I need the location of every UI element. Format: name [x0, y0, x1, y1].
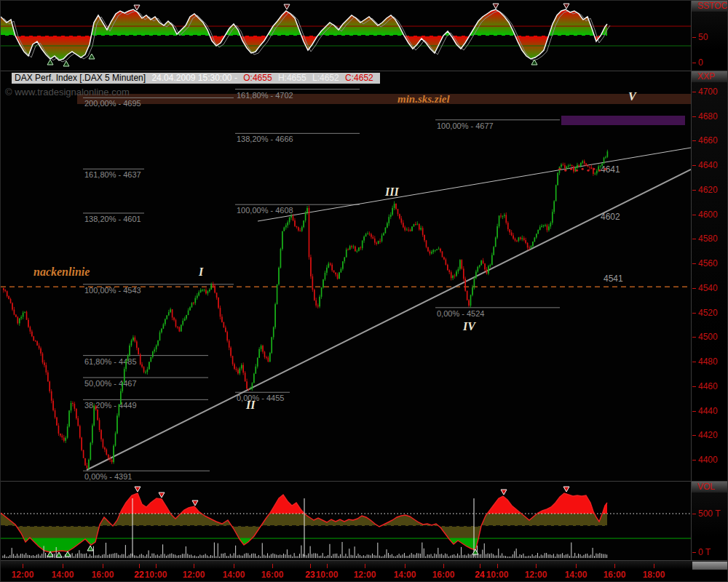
candle-body [76, 409, 77, 418]
candle-body [35, 340, 36, 341]
axis-tick-label: 4600 [698, 210, 718, 220]
time-axis[interactable]: 12:0014:0016:002210:0012:0014:0016:00231… [1, 561, 728, 582]
candle-body [83, 450, 84, 458]
candle-body [109, 458, 111, 460]
scrollbar-corner [692, 562, 727, 570]
axis-tick-label: 50 [698, 32, 708, 42]
candle-body [135, 338, 136, 342]
candle-body [584, 162, 585, 164]
candle-body [541, 226, 542, 228]
candle-body [436, 249, 438, 250]
candle-body [77, 418, 79, 426]
candle-body [553, 202, 555, 212]
candle-body [140, 354, 141, 364]
candle-body [601, 164, 603, 166]
candle-body [472, 287, 473, 295]
candle-body [357, 251, 358, 252]
candle-body [10, 299, 12, 303]
candle-body [269, 353, 271, 362]
sstoc-chart-canvas[interactable] [1, 1, 691, 71]
candle-body [555, 185, 557, 201]
neckline-label: nackenlinie [33, 266, 90, 278]
candle-body [467, 291, 468, 300]
candle-body [28, 320, 29, 327]
candle-body [479, 265, 480, 266]
sstoc-peak-marker [134, 5, 140, 10]
candle-body [56, 418, 58, 426]
candle-body [537, 230, 539, 234]
candle-body [568, 166, 569, 167]
candle-body [104, 447, 106, 450]
candle-body [184, 319, 186, 321]
candle-body [314, 290, 315, 300]
sstoc-trough-marker [89, 54, 95, 59]
vol-axis[interactable]: VOL 500 T0 T [692, 482, 728, 560]
candle-body [394, 204, 395, 208]
candle-body [264, 352, 266, 357]
candle-body [415, 224, 416, 225]
candle-body [403, 223, 404, 227]
time-label: 18:00 [638, 570, 670, 580]
axis-tick-label: 4620 [698, 185, 718, 195]
vol-chart-canvas[interactable] [1, 482, 691, 560]
candle-body [209, 290, 210, 291]
axis-tick-mark [692, 63, 696, 63]
candle-body [120, 391, 122, 404]
candle-body [595, 173, 596, 174]
fib-label: 38,20% - 4449 [84, 401, 137, 410]
candle-body [182, 321, 183, 324]
price-axis[interactable]: XXP 470046804660464046204600458045604540… [692, 71, 728, 481]
axis-tick-mark [692, 239, 696, 239]
sar-dot [558, 168, 561, 170]
time-tick-mark [23, 564, 23, 568]
candle-body [325, 273, 326, 279]
candle-body [447, 265, 448, 270]
candle-body [210, 284, 212, 290]
sstoc-peak-marker [284, 4, 290, 9]
min-sks-ziel-band[interactable] [77, 94, 691, 104]
candle-body [580, 163, 582, 166]
projection-box[interactable] [561, 116, 685, 125]
candle-body [430, 251, 431, 253]
trendline[interactable] [258, 148, 691, 221]
candle-body [274, 304, 276, 327]
candle-body [124, 369, 125, 382]
candle-body [306, 208, 308, 212]
candle-body [127, 355, 129, 360]
candle-body [111, 460, 113, 462]
candle-body [47, 372, 49, 382]
elliott-wave-label: III [384, 186, 399, 198]
axis-divider [691, 1, 692, 561]
sar-dot [604, 168, 606, 170]
candle-body [248, 388, 250, 389]
candle-body [103, 439, 104, 447]
candle-body [179, 327, 181, 332]
sar-dot [593, 168, 595, 170]
time-label: 16:00 [427, 570, 459, 580]
candle-body [328, 263, 330, 268]
candle-body [484, 263, 486, 269]
candle-body [548, 226, 550, 230]
sar-dot [564, 170, 566, 172]
candle-body [242, 365, 244, 373]
elliott-wave-label: II [245, 399, 256, 411]
candle-body [138, 348, 139, 354]
candle-body [284, 228, 285, 231]
candle-body [346, 250, 347, 258]
price-chart-canvas[interactable]: 200,00% - 4695161,80% - 4637138,20% - 46… [1, 71, 691, 481]
candle-body [387, 223, 388, 228]
axis-tick-label: 4520 [698, 308, 718, 318]
candle-body [462, 260, 463, 268]
candle-body [165, 319, 166, 324]
candle-body [60, 434, 61, 436]
sstoc-price-axis[interactable]: SSTOC 500 [692, 1, 728, 71]
candle-body [591, 167, 593, 169]
candle-body [323, 279, 324, 287]
candle-body [520, 237, 521, 239]
instrument-title[interactable]: DAX Perf. Index [.DAX 5 Minuten] [15, 73, 146, 83]
candle-body [414, 224, 415, 226]
axis-tick-label: 4540 [698, 283, 718, 293]
time-tick-mark [576, 564, 577, 568]
candle-body [51, 391, 52, 401]
candle-body [172, 309, 173, 317]
